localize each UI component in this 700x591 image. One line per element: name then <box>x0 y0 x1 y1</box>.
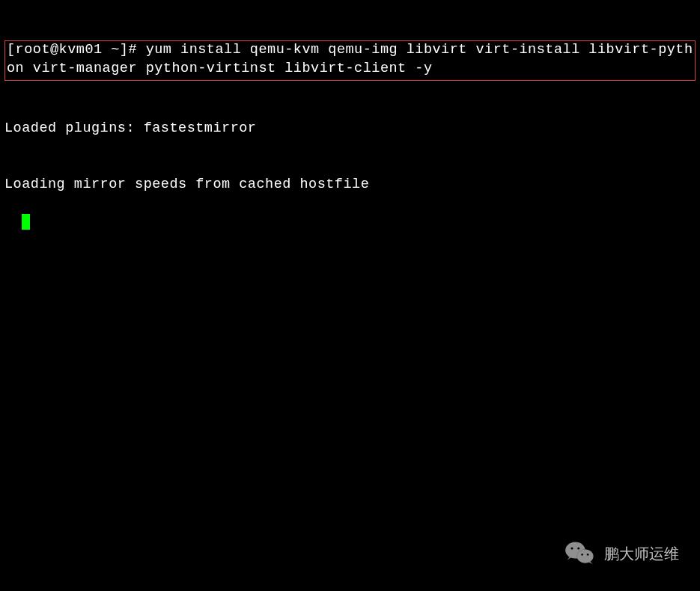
svg-point-2 <box>577 549 594 563</box>
svg-point-6 <box>587 554 589 556</box>
output-line: Loading mirror speeds from cached hostfi… <box>4 176 696 195</box>
terminal-window[interactable]: [root@kvm01 ~]# yum install qemu-kvm qem… <box>0 0 700 591</box>
terminal-cursor <box>22 214 30 230</box>
watermark: 鹏大师运维 <box>564 537 679 570</box>
shell-prompt: [root@kvm01 ~]# <box>7 42 146 58</box>
svg-point-5 <box>581 554 583 556</box>
output-line: Loaded plugins: fastestmirror <box>4 120 696 138</box>
wechat-icon <box>564 537 597 570</box>
svg-point-3 <box>570 547 573 549</box>
svg-point-4 <box>577 547 579 549</box>
command-highlight-box: [root@kvm01 ~]# yum install qemu-kvm qem… <box>4 40 696 81</box>
watermark-text: 鹏大师运维 <box>604 544 679 564</box>
